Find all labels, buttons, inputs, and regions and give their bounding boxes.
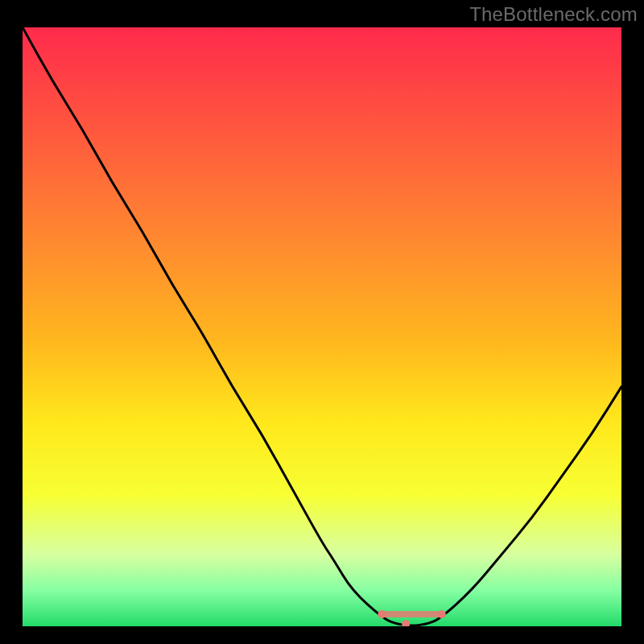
marker-dot [378, 610, 386, 618]
watermark-text: TheBottleneck.com [469, 3, 638, 26]
chart-svg [23, 27, 621, 626]
chart-plot-area [23, 27, 621, 626]
marker-dot [438, 610, 446, 618]
chart-container: TheBottleneck.com [0, 0, 644, 644]
gradient-background [23, 27, 621, 626]
